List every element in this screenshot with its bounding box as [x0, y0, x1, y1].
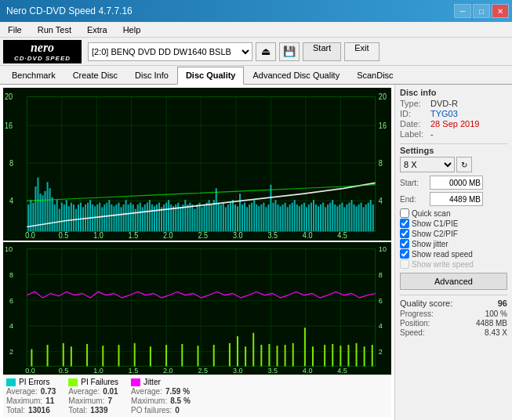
svg-rect-96: [172, 206, 174, 231]
svg-rect-153: [308, 205, 310, 231]
pi-errors-color: [6, 378, 16, 386]
main-content: 20 16 8 4 20 16 8 4 0.0 0.5 1.0 1.5 2.0 …: [0, 85, 512, 420]
svg-rect-126: [244, 203, 245, 232]
show-c1pie-checkbox[interactable]: [400, 219, 409, 228]
show-c1pie-label: Show C1/PIE: [412, 219, 458, 228]
jitter-label: Jitter: [143, 378, 161, 386]
end-input[interactable]: [430, 192, 483, 206]
show-read-speed-checkbox[interactable]: [400, 249, 409, 259]
svg-rect-171: [350, 200, 352, 231]
jitter-max-value: 8.5 %: [170, 396, 191, 405]
show-c2pif-checkbox[interactable]: [400, 229, 409, 238]
pi-failures-max-value: 7: [107, 396, 112, 405]
svg-rect-230: [198, 346, 199, 366]
start-button[interactable]: Start: [303, 42, 341, 61]
tab-disc-info[interactable]: Disc Info: [126, 67, 177, 85]
svg-rect-110: [206, 203, 208, 232]
show-jitter-row: Show jitter: [400, 239, 507, 248]
svg-rect-157: [318, 206, 319, 231]
minimize-button[interactable]: ─: [454, 4, 471, 18]
svg-rect-77: [128, 205, 129, 231]
menu-extra[interactable]: Extra: [82, 24, 112, 36]
start-row: Start:: [400, 176, 507, 190]
svg-rect-39: [37, 178, 38, 232]
tab-create-disc[interactable]: Create Disc: [64, 67, 126, 85]
svg-rect-154: [310, 203, 312, 232]
menu-file[interactable]: File: [3, 24, 27, 36]
quality-score-row: Quality score: 96: [400, 299, 507, 308]
svg-rect-227: [150, 346, 151, 366]
jitter-avg-value: 7.59 %: [165, 387, 190, 396]
svg-text:8: 8: [379, 158, 383, 168]
svg-rect-78: [130, 203, 132, 232]
disc-type-row: Type: DVD-R: [400, 99, 507, 108]
svg-rect-169: [346, 205, 347, 231]
refresh-button[interactable]: ↻: [456, 157, 472, 172]
svg-rect-175: [361, 203, 362, 232]
svg-text:16: 16: [379, 121, 387, 130]
tab-bar: Benchmark Create Disc Disc Info Disc Qua…: [0, 66, 512, 85]
svg-rect-117: [223, 203, 224, 232]
svg-text:2: 2: [379, 346, 383, 355]
svg-rect-149: [299, 206, 300, 231]
pi-errors-max-value: 11: [45, 396, 54, 405]
svg-rect-44: [49, 188, 51, 231]
tab-advanced-disc-quality[interactable]: Advanced Disc Quality: [244, 67, 348, 85]
svg-rect-220: [47, 345, 49, 366]
show-jitter-checkbox[interactable]: [400, 239, 409, 248]
upper-chart: 20 16 8 4 20 16 8 4 0.0 0.5 1.0 1.5 2.0 …: [3, 88, 391, 241]
quality-score-value: 96: [498, 299, 507, 308]
device-select[interactable]: [2:0] BENQ DVD DD DW1640 BSLB: [88, 42, 252, 61]
svg-rect-248: [364, 346, 365, 366]
disc-date-row: Date: 28 Sep 2019: [400, 119, 507, 129]
tab-disc-quality[interactable]: Disc Quality: [177, 67, 245, 85]
pi-errors-max-label: Maximum:: [6, 396, 42, 405]
svg-text:4: 4: [9, 321, 13, 330]
start-input[interactable]: [430, 176, 483, 190]
show-read-speed-row: Show read speed: [400, 249, 507, 259]
speed-select[interactable]: 8 X Maximum 4 X: [400, 157, 455, 172]
menu-run-test[interactable]: Run Test: [33, 24, 76, 36]
eject-button[interactable]: ⏏: [256, 42, 276, 61]
svg-rect-238: [277, 346, 278, 366]
svg-text:1.0: 1.0: [93, 365, 103, 374]
svg-rect-176: [363, 207, 365, 231]
pi-errors-legend: PI Errors Average: 0.73 Maximum: 11 Tota…: [6, 378, 56, 415]
svg-rect-132: [258, 206, 260, 231]
maximize-button[interactable]: □: [473, 4, 490, 18]
svg-rect-54: [73, 205, 74, 231]
disc-type-label: Type:: [400, 99, 427, 108]
svg-rect-83: [142, 207, 143, 231]
svg-rect-226: [134, 343, 136, 366]
svg-rect-51: [66, 200, 67, 231]
quick-scan-checkbox[interactable]: [400, 208, 409, 218]
svg-text:4: 4: [379, 196, 383, 205]
svg-text:3.0: 3.0: [233, 231, 243, 241]
svg-rect-236: [260, 345, 262, 366]
disc-type-value: DVD-R: [430, 99, 458, 108]
tab-benchmark[interactable]: Benchmark: [3, 67, 64, 85]
exit-button[interactable]: Exit: [344, 42, 379, 61]
svg-text:4.5: 4.5: [337, 231, 347, 241]
svg-rect-161: [327, 205, 329, 231]
menu-help[interactable]: Help: [118, 24, 146, 36]
lower-chart: 10 8 6 4 2 10 8 6 4 2 0.0 0.5 1.0 1.5 2.…: [3, 242, 391, 375]
advanced-button[interactable]: Advanced: [400, 273, 507, 290]
save-button[interactable]: 💾: [279, 42, 300, 61]
logo-sub: CD·DVD SPEED: [14, 55, 71, 62]
svg-rect-104: [191, 205, 193, 231]
svg-text:1.0: 1.0: [93, 231, 103, 241]
show-write-speed-checkbox[interactable]: [400, 259, 409, 269]
svg-rect-84: [144, 205, 146, 231]
pi-failures-color: [68, 378, 78, 386]
close-button[interactable]: ✕: [492, 4, 509, 18]
pi-errors-total-value: 13016: [28, 406, 50, 415]
svg-text:4.5: 4.5: [337, 365, 347, 374]
svg-rect-85: [147, 203, 148, 232]
tab-scan-disc[interactable]: ScanDisc: [348, 67, 401, 85]
pi-failures-legend: PI Failures Average: 0.01 Maximum: 7 Tot…: [68, 378, 118, 415]
svg-rect-224: [102, 346, 103, 366]
svg-rect-235: [252, 332, 254, 366]
svg-rect-100: [182, 205, 183, 231]
speed-row: 8 X Maximum 4 X ↻: [400, 157, 507, 172]
